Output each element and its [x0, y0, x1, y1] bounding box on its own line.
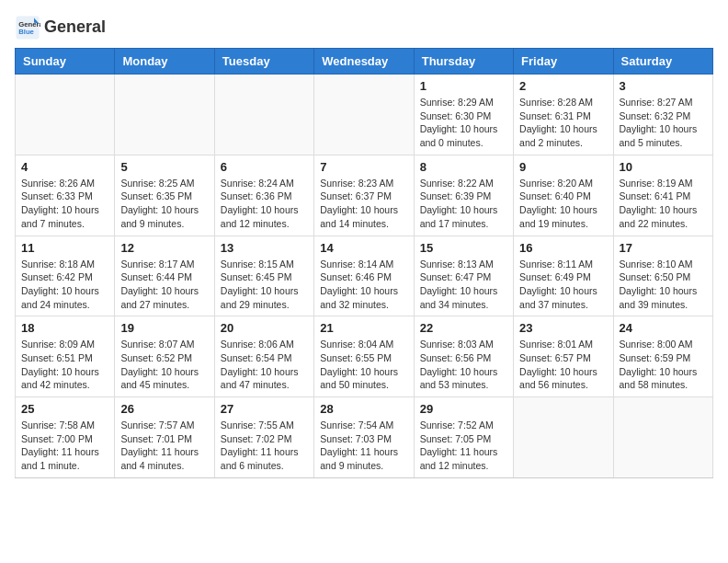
logo-text: General: [44, 18, 106, 37]
calendar-week-row: 4Sunrise: 8:26 AMSunset: 6:33 PMDaylight…: [16, 155, 713, 236]
day-number: 25: [21, 402, 108, 416]
day-number: 9: [519, 160, 607, 174]
day-number: 26: [120, 402, 208, 416]
day-info: Sunrise: 8:20 AMSunset: 6:40 PMDaylight:…: [519, 177, 607, 231]
calendar-week-row: 18Sunrise: 8:09 AMSunset: 6:51 PMDayligh…: [16, 316, 713, 397]
day-info: Sunrise: 8:11 AMSunset: 6:49 PMDaylight:…: [519, 258, 607, 312]
day-number: 8: [420, 160, 507, 174]
day-info: Sunrise: 8:03 AMSunset: 6:56 PMDaylight:…: [420, 338, 507, 392]
calendar-cell: 21Sunrise: 8:04 AMSunset: 6:55 PMDayligh…: [314, 316, 414, 397]
calendar-cell: 18Sunrise: 8:09 AMSunset: 6:51 PMDayligh…: [16, 316, 115, 397]
day-number: 2: [519, 79, 607, 93]
day-number: 15: [420, 241, 507, 255]
day-info: Sunrise: 8:01 AMSunset: 6:57 PMDaylight:…: [519, 338, 607, 392]
weekday-header-thursday: Thursday: [414, 49, 513, 75]
day-number: 7: [320, 160, 407, 174]
calendar-cell: 6Sunrise: 8:24 AMSunset: 6:36 PMDaylight…: [214, 155, 313, 236]
calendar-cell: 13Sunrise: 8:15 AMSunset: 6:45 PMDayligh…: [214, 236, 313, 316]
day-number: 27: [221, 402, 308, 416]
day-info: Sunrise: 8:23 AMSunset: 6:37 PMDaylight:…: [320, 177, 407, 231]
day-number: 10: [620, 160, 707, 174]
day-number: 18: [21, 321, 108, 335]
calendar-cell: 4Sunrise: 8:26 AMSunset: 6:33 PMDaylight…: [16, 155, 115, 236]
day-info: Sunrise: 8:25 AMSunset: 6:35 PMDaylight:…: [120, 177, 208, 231]
calendar-week-row: 25Sunrise: 7:58 AMSunset: 7:00 PMDayligh…: [16, 397, 713, 478]
calendar-cell: 1Sunrise: 8:29 AMSunset: 6:30 PMDaylight…: [414, 75, 513, 155]
weekday-header-saturday: Saturday: [613, 49, 712, 75]
day-number: 3: [620, 79, 707, 93]
calendar-cell: 25Sunrise: 7:58 AMSunset: 7:00 PMDayligh…: [16, 397, 115, 478]
weekday-header-monday: Monday: [115, 49, 214, 75]
logo: General Blue General: [15, 15, 106, 40]
page-header: General Blue General: [15, 15, 713, 40]
calendar-cell: 2Sunrise: 8:28 AMSunset: 6:31 PMDaylight…: [514, 75, 613, 155]
day-number: 24: [620, 321, 707, 335]
day-info: Sunrise: 7:58 AMSunset: 7:00 PMDaylight:…: [21, 419, 108, 473]
calendar-cell: 11Sunrise: 8:18 AMSunset: 6:42 PMDayligh…: [16, 236, 115, 316]
day-number: 12: [120, 241, 208, 255]
day-info: Sunrise: 8:28 AMSunset: 6:31 PMDaylight:…: [519, 96, 607, 150]
calendar-cell: 7Sunrise: 8:23 AMSunset: 6:37 PMDaylight…: [314, 155, 414, 236]
calendar-cell: 24Sunrise: 8:00 AMSunset: 6:59 PMDayligh…: [613, 316, 712, 397]
weekday-header-wednesday: Wednesday: [314, 49, 414, 75]
day-info: Sunrise: 8:00 AMSunset: 6:59 PMDaylight:…: [620, 338, 707, 392]
day-number: 13: [221, 241, 308, 255]
calendar-cell: 23Sunrise: 8:01 AMSunset: 6:57 PMDayligh…: [514, 316, 613, 397]
calendar-week-row: 1Sunrise: 8:29 AMSunset: 6:30 PMDaylight…: [16, 75, 713, 155]
svg-text:Blue: Blue: [18, 28, 34, 36]
day-number: 14: [320, 241, 407, 255]
calendar-cell: 29Sunrise: 7:52 AMSunset: 7:05 PMDayligh…: [414, 397, 513, 478]
calendar-header-row: SundayMondayTuesdayWednesdayThursdayFrid…: [16, 49, 713, 75]
weekday-header-sunday: Sunday: [16, 49, 115, 75]
day-info: Sunrise: 8:17 AMSunset: 6:44 PMDaylight:…: [120, 258, 208, 312]
day-info: Sunrise: 8:06 AMSunset: 6:54 PMDaylight:…: [221, 338, 308, 392]
calendar-cell: 17Sunrise: 8:10 AMSunset: 6:50 PMDayligh…: [613, 236, 712, 316]
day-number: 28: [320, 402, 407, 416]
day-number: 5: [120, 160, 208, 174]
day-number: 11: [21, 241, 108, 255]
day-info: Sunrise: 8:26 AMSunset: 6:33 PMDaylight:…: [21, 177, 108, 231]
day-number: 4: [21, 160, 108, 174]
day-info: Sunrise: 8:04 AMSunset: 6:55 PMDaylight:…: [320, 338, 407, 392]
calendar-cell: 20Sunrise: 8:06 AMSunset: 6:54 PMDayligh…: [214, 316, 313, 397]
calendar-cell: [613, 397, 712, 478]
day-info: Sunrise: 8:10 AMSunset: 6:50 PMDaylight:…: [620, 258, 707, 312]
calendar-cell: 5Sunrise: 8:25 AMSunset: 6:35 PMDaylight…: [115, 155, 214, 236]
calendar-cell: [16, 75, 115, 155]
day-number: 17: [620, 241, 707, 255]
calendar-cell: 3Sunrise: 8:27 AMSunset: 6:32 PMDaylight…: [613, 75, 712, 155]
day-info: Sunrise: 8:24 AMSunset: 6:36 PMDaylight:…: [221, 177, 308, 231]
day-number: 19: [120, 321, 208, 335]
day-number: 6: [221, 160, 308, 174]
day-info: Sunrise: 7:54 AMSunset: 7:03 PMDaylight:…: [320, 419, 407, 473]
weekday-header-tuesday: Tuesday: [214, 49, 313, 75]
day-info: Sunrise: 8:13 AMSunset: 6:47 PMDaylight:…: [420, 258, 507, 312]
calendar-cell: 10Sunrise: 8:19 AMSunset: 6:41 PMDayligh…: [613, 155, 712, 236]
day-number: 21: [320, 321, 407, 335]
day-info: Sunrise: 7:57 AMSunset: 7:01 PMDaylight:…: [120, 419, 208, 473]
day-info: Sunrise: 8:27 AMSunset: 6:32 PMDaylight:…: [620, 96, 707, 150]
calendar-cell: 28Sunrise: 7:54 AMSunset: 7:03 PMDayligh…: [314, 397, 414, 478]
calendar-cell: 12Sunrise: 8:17 AMSunset: 6:44 PMDayligh…: [115, 236, 214, 316]
calendar-cell: 8Sunrise: 8:22 AMSunset: 6:39 PMDaylight…: [414, 155, 513, 236]
day-info: Sunrise: 8:15 AMSunset: 6:45 PMDaylight:…: [221, 258, 308, 312]
day-info: Sunrise: 7:55 AMSunset: 7:02 PMDaylight:…: [221, 419, 308, 473]
calendar-cell: 22Sunrise: 8:03 AMSunset: 6:56 PMDayligh…: [414, 316, 513, 397]
day-number: 20: [221, 321, 308, 335]
day-number: 1: [420, 79, 507, 93]
calendar-week-row: 11Sunrise: 8:18 AMSunset: 6:42 PMDayligh…: [16, 236, 713, 316]
day-info: Sunrise: 8:22 AMSunset: 6:39 PMDaylight:…: [420, 177, 507, 231]
calendar-cell: [214, 75, 313, 155]
calendar-cell: 19Sunrise: 8:07 AMSunset: 6:52 PMDayligh…: [115, 316, 214, 397]
calendar-cell: 15Sunrise: 8:13 AMSunset: 6:47 PMDayligh…: [414, 236, 513, 316]
calendar-cell: 9Sunrise: 8:20 AMSunset: 6:40 PMDaylight…: [514, 155, 613, 236]
calendar-cell: [115, 75, 214, 155]
day-number: 16: [519, 241, 607, 255]
day-number: 23: [519, 321, 607, 335]
calendar-cell: [314, 75, 414, 155]
day-info: Sunrise: 8:29 AMSunset: 6:30 PMDaylight:…: [420, 96, 507, 150]
day-info: Sunrise: 7:52 AMSunset: 7:05 PMDaylight:…: [420, 419, 507, 473]
day-info: Sunrise: 8:07 AMSunset: 6:52 PMDaylight:…: [120, 338, 208, 392]
day-number: 29: [420, 402, 507, 416]
day-info: Sunrise: 8:14 AMSunset: 6:46 PMDaylight:…: [320, 258, 407, 312]
